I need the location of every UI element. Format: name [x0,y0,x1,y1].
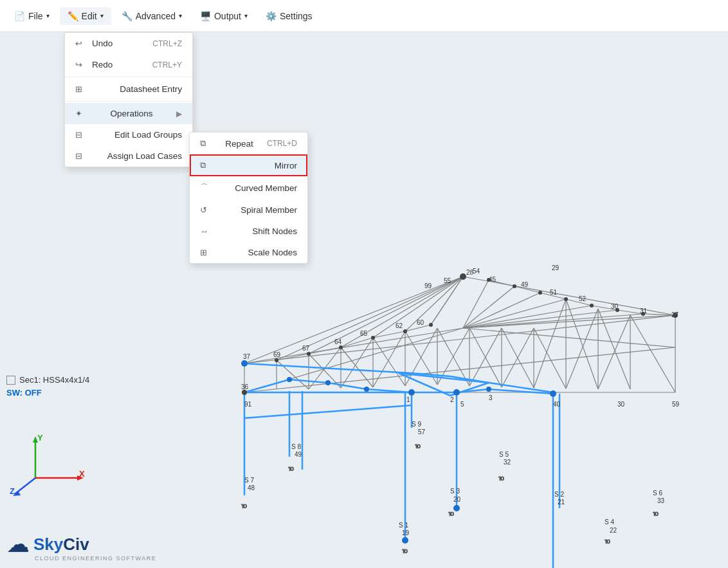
edit-arrow: ▾ [100,12,104,19]
menu-advanced[interactable]: 🔧 Advanced ▾ [114,7,190,25]
undo-label: Undo [92,39,113,48]
svg-text:S 7: S 7 [244,477,254,484]
logo-text: SkyCiv [33,535,89,554]
svg-text:S 1: S 1 [399,522,408,529]
svg-point-112 [307,352,311,356]
menu-settings[interactable]: ⚙️ Settings [258,7,320,25]
svg-text:55: 55 [444,277,451,284]
svg-text:S 5: S 5 [499,451,509,458]
svg-text:S 6: S 6 [653,490,662,497]
svg-point-113 [339,345,343,349]
svg-text:⏨: ⏨ [288,461,294,472]
svg-text:27: 27 [671,311,679,318]
svg-text:⏨: ⏨ [402,544,408,554]
menu-file[interactable]: 📄 File ▾ [6,7,57,25]
undo-icon: ↩ [75,39,87,48]
logo-tagline: CLOUD ENGINEERING SOFTWARE [6,555,156,562]
menu-assign-load-cases[interactable]: ⊟ Assign Load Cases [65,145,192,167]
submenu-repeat[interactable]: ⧉ Repeat CTRL+D [190,133,307,154]
advanced-icon: 🔧 [122,11,132,21]
svg-text:59: 59 [672,401,680,408]
undo-shortcut: CTRL+Z [152,39,182,48]
svg-point-97 [241,360,248,367]
divider-1 [65,77,192,77]
operations-submenu: ⧉ Repeat CTRL+D ⧉ Mirror ⌒ Curved Member… [189,132,308,264]
redo-icon: ↪ [75,60,87,69]
svg-text:2: 2 [450,396,454,403]
operations-arrow: ▶ [176,109,182,118]
submenu-scale-nodes[interactable]: ⊞ Scale Nodes [190,242,307,263]
svg-text:30: 30 [617,401,625,408]
shift-nodes-label: Shift Nodes [252,226,297,236]
sw-status: SW: OFF [6,388,42,398]
svg-text:49: 49 [521,281,529,288]
submenu-spiral-member[interactable]: ↺ Spiral Member [190,199,307,221]
menubar: 📄 File ▾ ✏️ Edit ▾ 🔧 Advanced ▾ 🖥️ Outpu… [0,0,728,32]
redo-label: Redo [92,60,113,69]
submenu-mirror[interactable]: ⧉ Mirror [190,154,307,176]
divider-2 [65,101,192,102]
svg-point-99 [325,380,331,385]
scale-nodes-icon: ⊞ [200,248,212,257]
svg-text:51: 51 [550,289,558,296]
menu-edit-load-groups[interactable]: ⊟ Edit Load Groups [65,124,192,145]
output-arrow: ▾ [244,12,248,19]
axis-widget: Y X Z [10,433,87,497]
svg-text:S 4: S 4 [605,518,614,526]
svg-text:20: 20 [453,496,461,503]
datasheet-icon: ⊞ [75,84,87,94]
svg-text:36: 36 [241,383,249,390]
svg-point-115 [403,329,407,333]
menu-datasheet[interactable]: ⊞ Datasheet Entry [65,78,192,100]
svg-point-108 [460,273,466,280]
svg-text:33: 33 [657,497,665,504]
operations-icon: ✦ [75,109,87,118]
spiral-member-icon: ↺ [200,205,212,215]
output-icon: 🖥️ [200,11,211,21]
menu-redo[interactable]: ↪ Redo CTRL+Y [65,54,192,75]
datasheet-label: Datasheet Entry [120,84,182,94]
repeat-shortcut: CTRL+D [267,139,297,148]
svg-text:5: 5 [460,401,464,408]
load-groups-label: Edit Load Groups [114,130,182,140]
menu-operations[interactable]: ✦ Operations ▶ [65,103,192,124]
advanced-label: Advanced [136,11,176,21]
svg-text:37: 37 [243,353,251,360]
svg-text:67: 67 [302,345,310,352]
svg-text:45: 45 [489,276,496,283]
svg-text:52: 52 [579,295,587,302]
load-groups-icon: ⊟ [75,130,87,140]
svg-text:S 9: S 9 [412,421,421,428]
svg-text:19: 19 [402,529,410,536]
svg-text:3: 3 [489,394,493,401]
svg-point-121 [590,304,594,307]
axis-svg: Y X Z [10,433,87,497]
menu-edit[interactable]: ✏️ Edit ▾ [60,7,111,25]
svg-text:⏨: ⏨ [415,439,421,449]
svg-text:⏨: ⏨ [241,499,247,509]
svg-text:91: 91 [244,401,252,408]
skyciv-logo: ☁ SkyCiv CLOUD ENGINEERING SOFTWARE [6,531,156,562]
svg-point-105 [402,537,408,544]
svg-point-100 [364,387,369,392]
svg-text:49: 49 [295,451,302,458]
svg-point-119 [538,291,542,295]
section-info: Sec1: HSS4x4x1/4 [6,375,89,385]
output-label: Output [214,11,241,21]
svg-text:⏨: ⏨ [653,506,659,517]
svg-text:⏨: ⏨ [448,506,454,517]
menu-output[interactable]: 🖥️ Output ▾ [192,7,255,25]
svg-text:31: 31 [640,307,648,315]
settings-icon: ⚙️ [266,11,277,21]
submenu-shift-nodes[interactable]: ↔ Shift Nodes [190,221,307,242]
svg-text:57: 57 [418,428,426,435]
submenu-curved-member[interactable]: ⌒ Curved Member [190,176,307,199]
shift-nodes-icon: ↔ [200,226,212,236]
svg-text:S 8: S 8 [291,443,301,450]
curved-member-label: Curved Member [235,183,297,193]
svg-point-116 [429,323,433,327]
spiral-member-label: Spiral Member [241,205,297,215]
menu-undo[interactable]: ↩ Undo CTRL+Z [65,33,192,54]
curved-member-icon: ⌒ [200,182,212,194]
edit-menu: ↩ Undo CTRL+Z ↪ Redo CTRL+Y ⊞ Datasheet … [64,32,193,167]
